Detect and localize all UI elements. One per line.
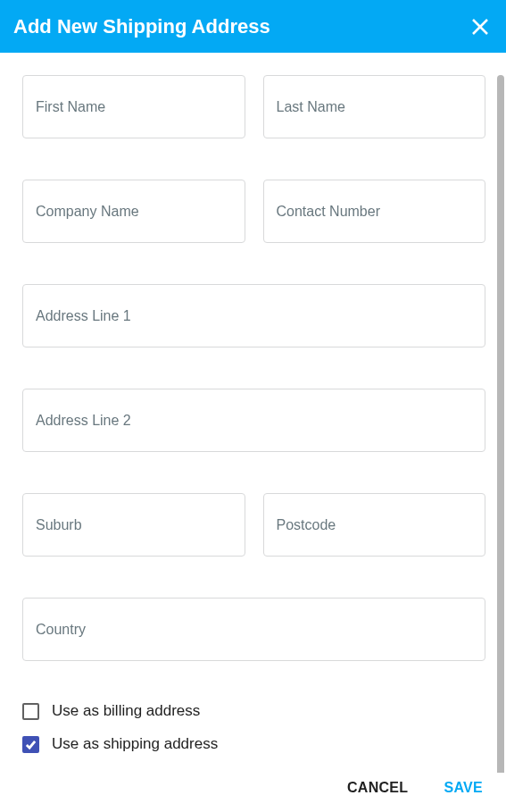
check-icon [25, 739, 37, 750]
shipping-address-dialog: Add New Shipping Address [0, 0, 506, 812]
company-name-field[interactable] [22, 180, 245, 243]
checkbox-label: Use as shipping address [52, 735, 218, 753]
address-line-2-field[interactable] [22, 389, 485, 452]
address-line-1-field[interactable] [22, 284, 485, 347]
cancel-button[interactable]: Cancel [347, 780, 408, 796]
form-row-address1 [22, 284, 485, 347]
close-icon[interactable] [471, 18, 489, 36]
country-field[interactable] [22, 598, 485, 661]
suburb-field[interactable] [22, 493, 245, 557]
save-button[interactable]: Save [444, 780, 483, 796]
shipping-address-checkbox[interactable]: Use as shipping address [22, 735, 485, 753]
dialog-content: Use as billing address Use as shipping a… [0, 53, 506, 773]
first-name-field[interactable] [22, 75, 245, 138]
dialog-actions: Cancel Save [0, 773, 506, 812]
form-row-name [22, 75, 485, 138]
last-name-field[interactable] [263, 75, 486, 138]
form-row-address2 [22, 389, 485, 452]
dialog-header: Add New Shipping Address [0, 0, 506, 53]
contact-number-field[interactable] [263, 180, 486, 243]
form-row-contact [22, 180, 485, 243]
checkbox-label: Use as billing address [52, 702, 200, 720]
form-row-suburb [22, 493, 485, 557]
checkbox-box [22, 703, 39, 720]
scrollbar[interactable] [497, 75, 504, 773]
dialog-title: Add New Shipping Address [13, 15, 270, 38]
form-row-country [22, 598, 485, 661]
billing-address-checkbox[interactable]: Use as billing address [22, 702, 485, 720]
dialog-content-wrapper: Use as billing address Use as shipping a… [0, 53, 506, 773]
postcode-field[interactable] [263, 493, 486, 557]
checkbox-group: Use as billing address Use as shipping a… [22, 702, 485, 753]
checkbox-box [22, 736, 39, 753]
